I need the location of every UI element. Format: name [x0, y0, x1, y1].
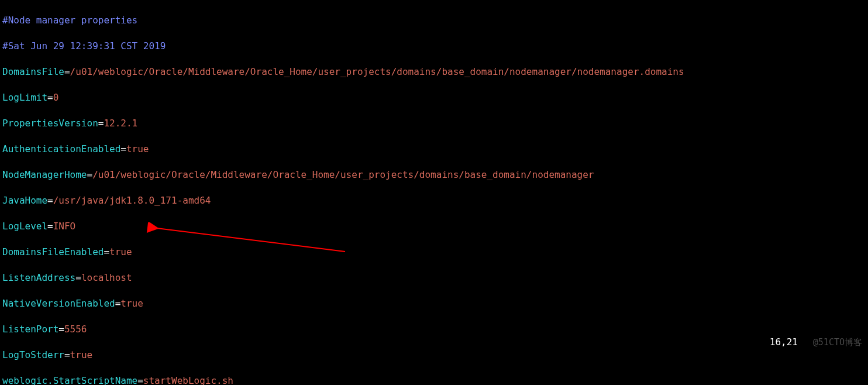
- equals: =: [75, 272, 81, 283]
- equals: =: [64, 66, 70, 77]
- equals: =: [104, 246, 109, 257]
- prop-key-domainsfileenabled: DomainsFileEnabled: [2, 246, 104, 257]
- prop-val-nodemanagerhome: /u01/weblogic/Oracle/Middleware/Oracle_H…: [92, 169, 594, 180]
- prop-key-loglimit: LogLimit: [2, 92, 47, 103]
- prop-key-nodemanagerhome: NodeManagerHome: [2, 169, 87, 180]
- equals: =: [47, 195, 53, 206]
- prop-key-javahome: JavaHome: [2, 195, 47, 206]
- prop-key-logtostderr: LogToStderr: [2, 349, 64, 360]
- watermark-text: @51CTO博客: [813, 336, 862, 349]
- cursor-position: 16,21: [770, 336, 798, 349]
- prop-val-listenport: 5556: [64, 324, 87, 335]
- equals: =: [87, 169, 93, 180]
- terminal-editor[interactable]: #Node manager properties #Sat Jun 29 12:…: [0, 0, 868, 385]
- equals: =: [120, 143, 126, 154]
- prop-val-domainsfileenabled: true: [109, 246, 132, 257]
- equals: =: [115, 298, 121, 309]
- prop-key-domainsfile: DomainsFile: [2, 66, 64, 77]
- prop-val-authenabled: true: [126, 143, 149, 154]
- prop-key-startscriptname: weblogic.StartScriptName: [2, 375, 137, 385]
- prop-val-logtostderr: true: [70, 349, 93, 360]
- comment-header: #Node manager properties: [2, 15, 137, 26]
- prop-key-authenabled: AuthenticationEnabled: [2, 143, 120, 154]
- prop-val-domainsfile: /u01/weblogic/Oracle/Middleware/Oracle_H…: [70, 66, 684, 77]
- equals: =: [58, 324, 64, 335]
- prop-key-nativeversionenabled: NativeVersionEnabled: [2, 298, 115, 309]
- prop-val-nativeversionenabled: true: [120, 298, 143, 309]
- prop-key-loglevel: LogLevel: [2, 221, 47, 232]
- equals: =: [47, 92, 53, 103]
- prop-val-loglimit: 0: [53, 92, 59, 103]
- prop-val-propertiesversion: 12.2.1: [104, 118, 137, 129]
- prop-key-listenaddress: ListenAddress: [2, 272, 75, 283]
- prop-key-propertiesversion: PropertiesVersion: [2, 118, 98, 129]
- equals: =: [64, 349, 70, 360]
- prop-val-listenaddress: localhost: [81, 272, 132, 283]
- prop-key-listenport: ListenPort: [2, 324, 58, 335]
- equals: =: [47, 221, 53, 232]
- comment-timestamp: #Sat Jun 29 12:39:31 CST 2019: [2, 40, 166, 51]
- prop-val-javahome: /usr/java/jdk1.8.0_171-amd64: [53, 195, 211, 206]
- prop-val-startscriptname: startWebLogic.sh: [143, 375, 233, 385]
- equals: =: [98, 118, 104, 129]
- equals: =: [137, 375, 143, 385]
- prop-val-loglevel: INFO: [53, 221, 76, 232]
